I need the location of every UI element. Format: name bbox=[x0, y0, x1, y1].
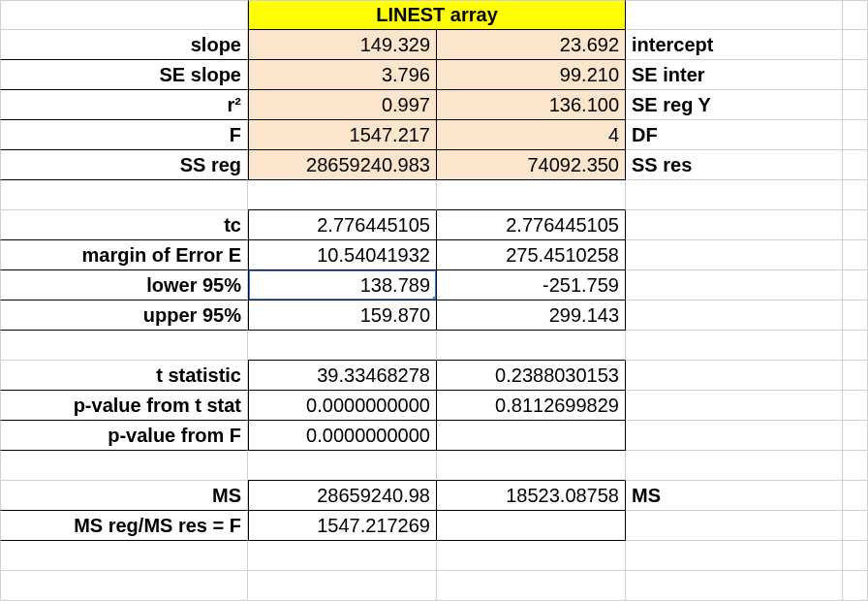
label-MS[interactable]: MS bbox=[0, 481, 248, 511]
label-msreg-msres[interactable]: MS reg/MS res = F bbox=[0, 511, 248, 541]
empty-cell[interactable] bbox=[248, 331, 437, 361]
label-ss-res[interactable]: SS res bbox=[626, 150, 843, 180]
empty-cell[interactable] bbox=[843, 300, 868, 331]
value-pF[interactable]: 0.0000000000 bbox=[248, 421, 437, 451]
empty-cell[interactable] bbox=[843, 451, 868, 481]
value-tstat-a[interactable]: 39.33468278 bbox=[248, 361, 437, 391]
label-se-inter[interactable]: SE inter bbox=[626, 60, 843, 90]
empty-cell[interactable] bbox=[626, 451, 843, 481]
empty-cell[interactable] bbox=[843, 0, 868, 30]
empty-cell[interactable] bbox=[843, 180, 868, 210]
empty-cell[interactable] bbox=[248, 571, 437, 601]
empty-cell[interactable] bbox=[437, 451, 626, 481]
value-slope[interactable]: 149.329 bbox=[248, 30, 437, 60]
empty-cell[interactable] bbox=[437, 511, 626, 541]
label-se-slope[interactable]: SE slope bbox=[0, 60, 248, 90]
value-se-slope[interactable]: 3.796 bbox=[248, 60, 437, 90]
empty-cell[interactable] bbox=[626, 421, 843, 451]
empty-cell[interactable] bbox=[843, 120, 868, 150]
value-msreg-msres[interactable]: 1547.217269 bbox=[248, 511, 437, 541]
value-DF[interactable]: 4 bbox=[437, 120, 626, 150]
linest-header[interactable]: LINEST array bbox=[248, 0, 626, 30]
empty-cell[interactable] bbox=[626, 331, 843, 361]
empty-cell[interactable] bbox=[626, 180, 843, 210]
empty-cell[interactable] bbox=[0, 451, 248, 481]
label-tstat[interactable]: t statistic bbox=[0, 361, 248, 391]
empty-cell[interactable] bbox=[843, 571, 868, 601]
value-se-reg-y[interactable]: 136.100 bbox=[437, 90, 626, 120]
empty-cell[interactable] bbox=[843, 391, 868, 421]
label-tc[interactable]: tc bbox=[0, 210, 248, 240]
empty-cell[interactable] bbox=[843, 90, 868, 120]
empty-cell[interactable] bbox=[626, 270, 843, 300]
label-slope[interactable]: slope bbox=[0, 30, 248, 60]
value-tstat-b[interactable]: 0.2388030153 bbox=[437, 361, 626, 391]
empty-cell[interactable] bbox=[843, 361, 868, 391]
empty-cell[interactable] bbox=[0, 571, 248, 601]
empty-cell[interactable] bbox=[0, 180, 248, 210]
empty-cell[interactable] bbox=[437, 180, 626, 210]
empty-cell[interactable] bbox=[843, 30, 868, 60]
empty-cell[interactable] bbox=[626, 300, 843, 331]
empty-cell[interactable] bbox=[626, 0, 843, 30]
empty-cell[interactable] bbox=[626, 391, 843, 421]
empty-cell[interactable] bbox=[437, 331, 626, 361]
empty-cell[interactable] bbox=[626, 571, 843, 601]
label-lower95[interactable]: lower 95% bbox=[0, 270, 248, 300]
value-lower95-a[interactable]: 138.789 bbox=[248, 270, 437, 300]
empty-cell[interactable] bbox=[248, 180, 437, 210]
value-MS-b[interactable]: 18523.08758 bbox=[437, 481, 626, 511]
empty-cell[interactable] bbox=[843, 481, 868, 511]
empty-cell[interactable] bbox=[843, 60, 868, 90]
empty-cell[interactable] bbox=[626, 210, 843, 240]
value-r2[interactable]: 0.997 bbox=[248, 90, 437, 120]
empty-cell[interactable] bbox=[0, 331, 248, 361]
value-MS-a[interactable]: 28659240.98 bbox=[248, 481, 437, 511]
value-tc-b[interactable]: 2.776445105 bbox=[437, 210, 626, 240]
empty-cell[interactable] bbox=[843, 421, 868, 451]
empty-cell[interactable] bbox=[626, 541, 843, 571]
label-margin-error[interactable]: margin of Error E bbox=[0, 240, 248, 270]
empty-cell[interactable] bbox=[248, 541, 437, 571]
value-tc-a[interactable]: 2.776445105 bbox=[248, 210, 437, 240]
empty-cell[interactable] bbox=[0, 0, 248, 30]
empty-cell[interactable] bbox=[0, 541, 248, 571]
empty-cell[interactable] bbox=[843, 240, 868, 270]
empty-cell[interactable] bbox=[248, 451, 437, 481]
value-se-inter[interactable]: 99.210 bbox=[437, 60, 626, 90]
spreadsheet-grid[interactable]: LINEST array slope 149.329 23.692 interc… bbox=[0, 0, 868, 601]
label-se-reg-y[interactable]: SE reg Y bbox=[626, 90, 843, 120]
label-ss-reg[interactable]: SS reg bbox=[0, 150, 248, 180]
empty-cell[interactable] bbox=[843, 270, 868, 300]
empty-cell[interactable] bbox=[843, 331, 868, 361]
value-intercept[interactable]: 23.692 bbox=[437, 30, 626, 60]
value-lower95-b[interactable]: -251.759 bbox=[437, 270, 626, 300]
value-upper95-a[interactable]: 159.870 bbox=[248, 300, 437, 331]
label-F[interactable]: F bbox=[0, 120, 248, 150]
empty-cell[interactable] bbox=[843, 150, 868, 180]
label-MS-right[interactable]: MS bbox=[626, 481, 843, 511]
label-upper95[interactable]: upper 95% bbox=[0, 300, 248, 331]
label-p-from-F[interactable]: p-value from F bbox=[0, 421, 248, 451]
empty-cell[interactable] bbox=[437, 571, 626, 601]
value-pt-b[interactable]: 0.8112699829 bbox=[437, 391, 626, 421]
empty-cell[interactable] bbox=[626, 240, 843, 270]
value-E-b[interactable]: 275.4510258 bbox=[437, 240, 626, 270]
label-p-from-t[interactable]: p-value from t stat bbox=[0, 391, 248, 421]
empty-cell[interactable] bbox=[626, 361, 843, 391]
label-intercept[interactable]: intercept bbox=[626, 30, 843, 60]
empty-cell[interactable] bbox=[437, 421, 626, 451]
label-DF[interactable]: DF bbox=[626, 120, 843, 150]
value-upper95-b[interactable]: 299.143 bbox=[437, 300, 626, 331]
value-ss-reg[interactable]: 28659240.983 bbox=[248, 150, 437, 180]
empty-cell[interactable] bbox=[626, 511, 843, 541]
empty-cell[interactable] bbox=[843, 210, 868, 240]
empty-cell[interactable] bbox=[843, 541, 868, 571]
value-pt-a[interactable]: 0.0000000000 bbox=[248, 391, 437, 421]
value-F[interactable]: 1547.217 bbox=[248, 120, 437, 150]
empty-cell[interactable] bbox=[437, 541, 626, 571]
value-ss-res[interactable]: 74092.350 bbox=[437, 150, 626, 180]
value-E-a[interactable]: 10.54041932 bbox=[248, 240, 437, 270]
empty-cell[interactable] bbox=[843, 511, 868, 541]
label-r2[interactable]: r² bbox=[0, 90, 248, 120]
